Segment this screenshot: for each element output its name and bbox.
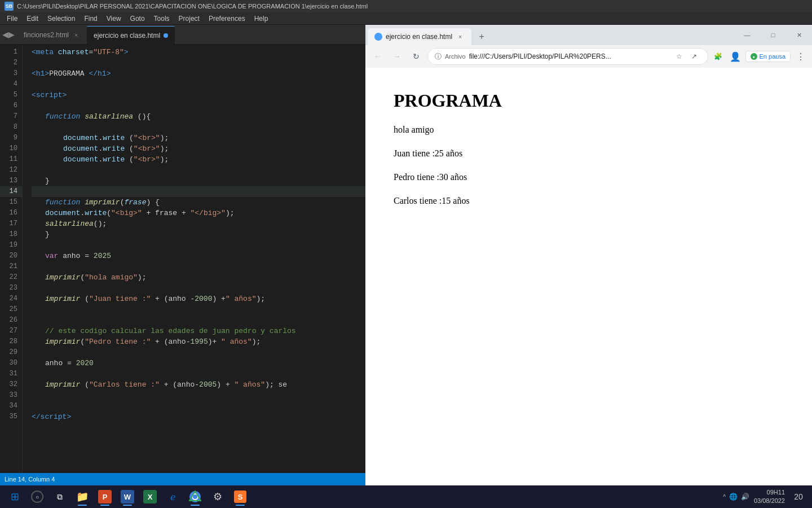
settings-icon: ⚙: [211, 490, 224, 503]
code-line-24: imprimir ("Juan tiene :" + (anho -2000) …: [32, 294, 365, 304]
taskbar-powerpoint-button[interactable]: P: [95, 487, 115, 507]
taskbar-excel-button[interactable]: X: [140, 487, 160, 507]
ln-24: 24: [0, 294, 22, 304]
ln-21: 21: [0, 261, 22, 272]
code-line-25: [32, 304, 365, 315]
code-editor[interactable]: 1 2 3 4 5 6 7 8 9 10 11 12 13 14 15 16 1: [0, 45, 365, 473]
browser-tab-close[interactable]: ×: [456, 32, 465, 41]
taskbar-edge-button[interactable]: ℯ: [162, 487, 183, 507]
ln-35: 35: [0, 411, 22, 422]
tab-finciones2-close[interactable]: ×: [72, 31, 80, 39]
menu-goto[interactable]: Goto: [126, 14, 149, 24]
svg-point-0: [376, 34, 381, 40]
forward-icon: →: [393, 52, 401, 61]
code-line-32: imprimir ("Carlos tiene :" + (anho-2005)…: [32, 379, 365, 390]
svg-point-3: [193, 494, 197, 499]
code-line-9: document.write ("<br>");: [32, 133, 365, 143]
menu-file[interactable]: File: [2, 14, 22, 24]
profile-icon[interactable]: 👤: [729, 50, 742, 63]
code-line-20: var anho = 2025: [32, 251, 365, 261]
reload-icon: ↻: [413, 52, 420, 61]
code-line-27: // este codigo calcular las edades de ju…: [32, 326, 365, 336]
browser-menu-icon[interactable]: ⋮: [794, 50, 807, 63]
menu-view[interactable]: View: [102, 14, 126, 24]
browser-back-button[interactable]: ←: [370, 49, 386, 64]
editor-tabs-bar: ◀▶ finciones2.html × ejercicio en clase.…: [0, 25, 365, 45]
code-line-31: [32, 369, 365, 379]
app-icon: SB: [5, 2, 14, 11]
ln-30: 30: [0, 358, 22, 369]
code-line-6: [32, 100, 365, 111]
tab-finciones2[interactable]: finciones2.html ×: [17, 26, 87, 44]
code-line-26: [32, 315, 365, 326]
code-line-5: <script>: [32, 90, 365, 100]
code-line-30: anho = 2020: [32, 358, 365, 369]
powerpoint-icon: P: [98, 490, 112, 503]
code-line-18: }: [32, 229, 365, 240]
code-line-2: [32, 58, 365, 68]
ln-27: 27: [0, 326, 22, 336]
ln-29: 29: [0, 347, 22, 358]
browser-maximize-button[interactable]: □: [760, 26, 786, 44]
pause-button[interactable]: ● En pausa: [745, 51, 791, 62]
security-lock-icon: ⓘ: [435, 52, 442, 62]
output-line-4: Carlos tiene :15 años: [394, 196, 784, 206]
browser-panel: ejercicio en clase.html × + — □: [365, 25, 812, 485]
ln-4: 4: [0, 79, 22, 90]
taskbar-word-button[interactable]: W: [117, 487, 138, 507]
taskbar-right-tray: ^ 🌐 🔊 09H11 03/08/2022 20: [723, 488, 807, 506]
line-numbers: 1 2 3 4 5 6 7 8 9 10 11 12 13 14 15 16 1: [0, 45, 23, 473]
menu-selection[interactable]: Selection: [43, 14, 80, 24]
new-tab-button[interactable]: +: [474, 29, 489, 45]
browser-tab-active[interactable]: ejercicio en clase.html ×: [368, 28, 471, 45]
clock-time: 09H11: [754, 488, 785, 497]
menu-edit[interactable]: Edit: [22, 14, 43, 24]
edge-icon: ℯ: [166, 490, 179, 503]
browser-forward-button[interactable]: →: [389, 49, 405, 64]
taskbar-explorer-button[interactable]: 📁: [72, 487, 92, 507]
code-line-33: [32, 390, 365, 401]
ln-32: 32: [0, 379, 22, 390]
browser-reload-button[interactable]: ↻: [408, 49, 424, 64]
code-line-34: [32, 401, 365, 411]
ln-8: 8: [0, 122, 22, 133]
share-icon[interactable]: ↗: [687, 50, 701, 63]
ln-14: 14: [0, 186, 22, 197]
address-bar[interactable]: ⓘ Archivo file:///C:/Users/PILI/Desktop/…: [427, 48, 708, 65]
menu-find[interactable]: Find: [80, 14, 102, 24]
search-icon: ○: [31, 491, 43, 503]
menu-help[interactable]: Help: [250, 14, 273, 24]
taskbar-chrome-button[interactable]: [185, 487, 205, 507]
taskbar-settings-button[interactable]: ⚙: [208, 487, 228, 507]
ln-17: 17: [0, 218, 22, 229]
code-content[interactable]: <meta charset="UTF-8"> <h1>PROGRAMA </h1…: [23, 45, 365, 473]
code-line-16: document.write("<big>" + frase + "</big>…: [32, 208, 365, 218]
taskbar-clock[interactable]: 09H11 03/08/2022: [754, 488, 785, 506]
bookmark-icon[interactable]: ☆: [673, 50, 686, 63]
menu-tools[interactable]: Tools: [149, 14, 174, 24]
taskview-icon: ⧉: [53, 490, 67, 503]
tray-chevron[interactable]: ^: [723, 494, 726, 500]
ln-12: 12: [0, 165, 22, 176]
taskbar-sublime-button[interactable]: S: [230, 487, 250, 507]
taskbar-start-button[interactable]: ⊞: [5, 487, 25, 507]
code-line-22: imprimir("hola amigo");: [32, 272, 365, 283]
taskbar-taskview-button[interactable]: ⧉: [50, 487, 70, 507]
chrome-icon: [188, 490, 202, 503]
browser-titlebar: ejercicio en clase.html × + — □: [365, 25, 812, 68]
browser-close-button[interactable]: ✕: [786, 26, 812, 44]
tab-ejercicio[interactable]: ejercicio en clase.html: [87, 26, 175, 44]
explorer-icon: 📁: [76, 490, 89, 503]
output-line-2: Juan tiene :25 años: [394, 148, 784, 159]
tab-ejercicio-label: ejercicio en clase.html: [94, 32, 160, 40]
system-tray: ^ 🌐 🔊: [723, 493, 749, 501]
extensions-icon[interactable]: 🧩: [712, 50, 725, 63]
tab-scroll-arrows[interactable]: ◀▶: [0, 25, 17, 44]
ln-11: 11: [0, 154, 22, 165]
notification-button[interactable]: 20: [789, 488, 807, 506]
browser-minimize-button[interactable]: —: [734, 26, 760, 44]
menu-preferences[interactable]: Preferences: [204, 14, 250, 24]
taskbar-search-button[interactable]: ○: [27, 487, 47, 507]
page-heading: PROGRAMA: [394, 90, 784, 111]
menu-project[interactable]: Project: [174, 14, 204, 24]
